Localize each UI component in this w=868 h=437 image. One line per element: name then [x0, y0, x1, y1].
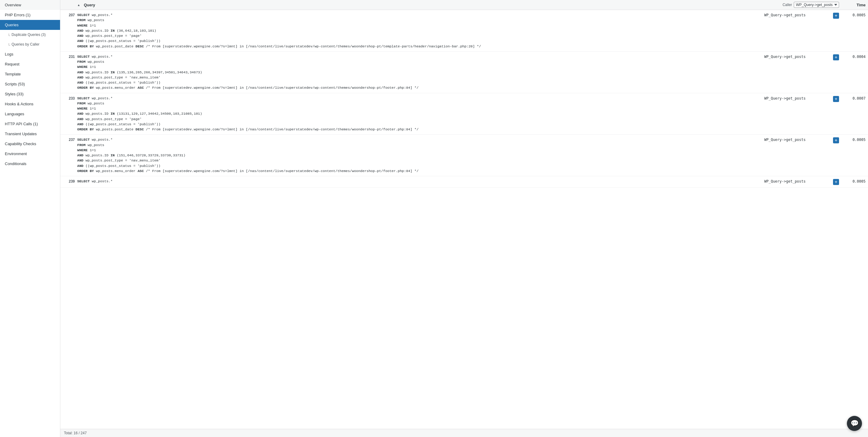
sub-arrow-icon: L — [8, 33, 10, 36]
sidebar-item-label: Capability Checks — [5, 142, 36, 146]
chat-icon: 💬 — [850, 419, 859, 427]
sidebar-item-capability-checks[interactable]: Capability Checks — [0, 139, 60, 149]
sidebar-item-label: Hooks & Actions — [5, 102, 33, 106]
sidebar-item-label: Logs — [5, 52, 13, 56]
query-number: 207 — [63, 12, 75, 17]
table-row: 207SELECT wp_posts.* FROM wp_posts WHERE… — [60, 10, 868, 52]
sidebar-item-label: Environment — [5, 151, 27, 156]
expand-query-button[interactable]: + — [833, 179, 839, 185]
sub-arrow-icon: L — [8, 42, 10, 46]
caller-filter-select[interactable]: AllWP_Query->get_posts — [794, 2, 839, 8]
query-caller: WP_Query->get_posts — [764, 137, 831, 142]
sidebar: OverviewPHP Errors (1)QueriesL Duplicate… — [0, 0, 60, 437]
sidebar-item-label: Duplicate Queries (3) — [11, 33, 45, 37]
query-number: 233 — [63, 96, 75, 100]
expand-query-button[interactable]: + — [833, 137, 839, 143]
caller-filter-row: Caller AllWP_Query->get_posts — [783, 2, 839, 8]
table-row: 233SELECT wp_posts.* FROM wp_posts WHERE… — [60, 93, 868, 135]
sidebar-item-scripts[interactable]: Scripts (53) — [0, 79, 60, 89]
query-number: 231 — [63, 54, 75, 59]
query-number: 237 — [63, 137, 75, 142]
caller-col-label: Caller — [783, 3, 792, 7]
query-table: 207SELECT wp_posts.* FROM wp_posts WHERE… — [60, 10, 868, 429]
sidebar-item-template[interactable]: Template — [0, 69, 60, 79]
table-row: 231SELECT wp_posts.* FROM wp_posts WHERE… — [60, 52, 868, 93]
sidebar-item-label: Queries — [5, 23, 19, 27]
sidebar-item-transient-updates[interactable]: Transient Updates — [0, 129, 60, 139]
sidebar-item-label: Scripts (53) — [5, 82, 25, 86]
sidebar-item-label: Queries by Caller — [11, 42, 39, 47]
query-time: 0.0005 — [844, 12, 866, 17]
query-time: 0.0005 — [844, 137, 866, 142]
sidebar-item-logs[interactable]: Logs — [0, 49, 60, 59]
query-time: 0.0005 — [844, 179, 866, 183]
sidebar-item-label: Conditionals — [5, 162, 27, 166]
sidebar-item-label: Styles (33) — [5, 92, 24, 96]
table-row: 239SELECT wp_posts.*WP_Query->get_posts+… — [60, 176, 868, 188]
sidebar-item-conditionals[interactable]: Conditionals — [0, 159, 60, 169]
query-actions: + — [833, 12, 842, 19]
expand-query-button[interactable]: + — [833, 54, 839, 60]
sidebar-item-http-api-calls[interactable]: HTTP API Calls (1) — [0, 119, 60, 129]
query-number: 239 — [63, 179, 75, 183]
query-actions: + — [833, 137, 842, 143]
main-content: ▲ Query Caller AllWP_Query->get_posts Ti… — [60, 0, 868, 437]
sidebar-item-label: Languages — [5, 112, 24, 116]
query-caller: WP_Query->get_posts — [764, 96, 831, 100]
sidebar-item-request[interactable]: Request — [0, 59, 60, 69]
query-caller: WP_Query->get_posts — [764, 54, 831, 59]
expand-query-button[interactable]: + — [833, 96, 839, 102]
sidebar-item-label: Request — [5, 62, 19, 66]
sidebar-item-environment[interactable]: Environment — [0, 149, 60, 159]
query-time: 0.0004 — [844, 54, 866, 59]
sidebar-item-queries[interactable]: Queries — [0, 20, 60, 30]
query-sql: SELECT wp_posts.* FROM wp_posts WHERE 1=… — [77, 54, 762, 91]
sidebar-item-styles[interactable]: Styles (33) — [0, 89, 60, 99]
sidebar-item-label: Transient Updates — [5, 132, 37, 136]
time-col-header: Time — [841, 3, 866, 7]
query-sql: SELECT wp_posts.* FROM wp_posts WHERE 1=… — [77, 137, 762, 174]
sidebar-item-label: PHP Errors (1) — [5, 13, 30, 17]
query-actions: + — [833, 54, 842, 60]
query-actions: + — [833, 179, 842, 185]
sort-icon[interactable]: ▲ — [77, 3, 80, 7]
table-header: ▲ Query Caller AllWP_Query->get_posts Ti… — [60, 0, 868, 10]
expand-query-button[interactable]: + — [833, 13, 839, 19]
sidebar-item-overview[interactable]: Overview — [0, 0, 60, 10]
query-caller: WP_Query->get_posts — [764, 12, 831, 17]
query-sql: SELECT wp_posts.* — [77, 179, 762, 184]
table-row: 237SELECT wp_posts.* FROM wp_posts WHERE… — [60, 135, 868, 176]
query-caller: WP_Query->get_posts — [764, 179, 831, 183]
total-count: Total: 16 / 247 — [64, 431, 87, 435]
sidebar-item-label: Template — [5, 72, 21, 76]
sidebar-item-languages[interactable]: Languages — [0, 109, 60, 119]
sidebar-item-label: Overview — [5, 3, 21, 7]
query-time: 0.0007 — [844, 96, 866, 100]
query-actions: + — [833, 96, 842, 102]
sidebar-item-hooks-actions[interactable]: Hooks & Actions — [0, 99, 60, 109]
query-sql: SELECT wp_posts.* FROM wp_posts WHERE 1=… — [77, 12, 762, 49]
sidebar-item-label: HTTP API Calls (1) — [5, 122, 38, 126]
query-col-header: Query — [84, 3, 780, 7]
chat-bubble[interactable]: 💬 — [847, 416, 862, 431]
table-footer: Total: 16 / 247 — [60, 429, 868, 437]
sidebar-item-duplicate-queries[interactable]: L Duplicate Queries (3) — [0, 30, 60, 39]
sidebar-item-php-errors[interactable]: PHP Errors (1) — [0, 10, 60, 20]
sidebar-item-queries-by-caller[interactable]: L Queries by Caller — [0, 39, 60, 49]
query-sql: SELECT wp_posts.* FROM wp_posts WHERE 1=… — [77, 96, 762, 132]
